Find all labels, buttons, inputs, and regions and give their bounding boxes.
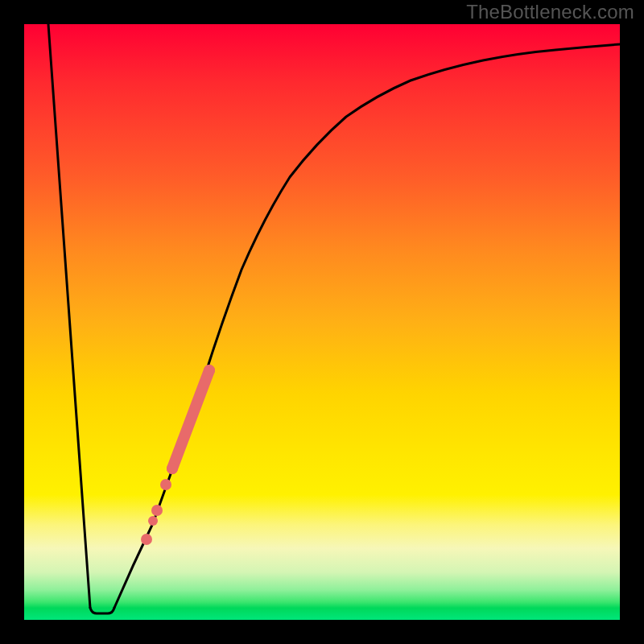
highlight-dot bbox=[167, 463, 178, 474]
curve-svg bbox=[24, 24, 620, 620]
plot-area bbox=[24, 24, 620, 620]
highlight-dot bbox=[141, 534, 152, 545]
highlight-dot bbox=[148, 516, 158, 526]
highlight-dot bbox=[151, 505, 163, 516]
curve-valley-floor bbox=[90, 608, 114, 613]
curve-left-descent bbox=[48, 24, 90, 608]
curve-right-rise bbox=[114, 44, 620, 608]
highlight-dot bbox=[204, 365, 215, 376]
highlight-thick-segment bbox=[172, 370, 209, 469]
watermark-text: TheBottleneck.com bbox=[466, 0, 634, 24]
chart-frame: TheBottleneck.com bbox=[0, 0, 644, 644]
highlight-dot bbox=[160, 479, 171, 490]
